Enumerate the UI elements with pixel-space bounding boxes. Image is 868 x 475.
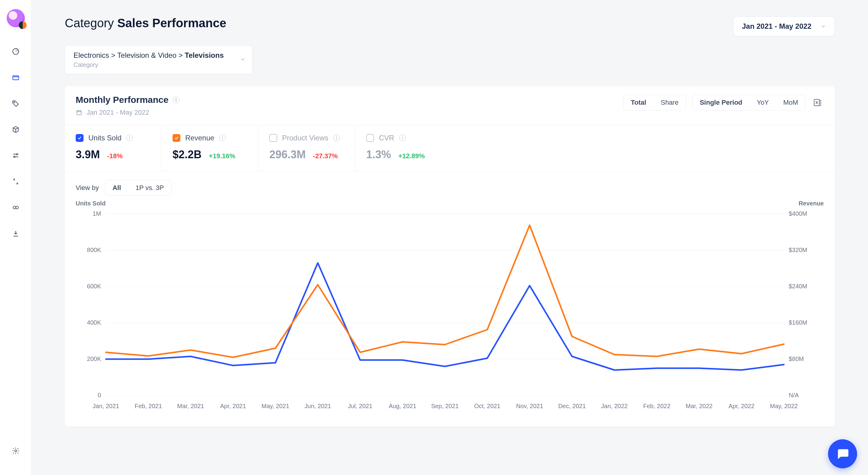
svg-text:Mar, 2021: Mar, 2021: [177, 403, 204, 409]
svg-text:Nov, 2021: Nov, 2021: [516, 403, 543, 409]
metric-revenue[interactable]: Revenue i $2.2B +19.16%: [162, 125, 258, 171]
nav: [10, 45, 22, 240]
seg-single[interactable]: Single Period: [692, 95, 750, 110]
svg-rect-1: [13, 76, 19, 80]
svg-text:$320M: $320M: [789, 247, 807, 253]
adjust-icon: [12, 152, 20, 159]
gear-icon: [12, 447, 20, 455]
svg-rect-8: [77, 111, 82, 115]
axis-right-title: Revenue: [799, 200, 824, 207]
metric-value: 3.9M: [76, 148, 100, 161]
info-icon[interactable]: i: [399, 135, 406, 141]
breadcrumb-sub: Category: [73, 61, 234, 68]
download-icon: [12, 230, 20, 238]
nav-download[interactable]: [10, 227, 22, 240]
performance-card: Monthly Performance i Jan 2021 - May 202…: [65, 86, 835, 426]
svg-point-7: [14, 450, 17, 452]
info-icon[interactable]: i: [219, 135, 226, 141]
link-icon: [12, 203, 20, 212]
avatar[interactable]: [7, 9, 25, 27]
metrics-row: Units Sold i 3.9M -18% Revenue i: [65, 125, 835, 171]
checkbox-cvr[interactable]: [366, 134, 374, 142]
nav-box[interactable]: [10, 123, 22, 135]
chat-icon: [836, 447, 849, 461]
svg-text:$400M: $400M: [789, 210, 807, 217]
viewby-1p-3p[interactable]: 1P vs. 3P: [128, 180, 171, 195]
svg-text:Sep, 2021: Sep, 2021: [431, 403, 459, 409]
axis-left-title: Units Sold: [76, 200, 105, 207]
metric-units-sold[interactable]: Units Sold i 3.9M -18%: [65, 125, 162, 171]
wallet-icon: [12, 73, 20, 82]
info-icon[interactable]: i: [173, 96, 180, 103]
seg-yoy[interactable]: YoY: [750, 95, 776, 110]
chat-fab[interactable]: [828, 439, 857, 468]
checkbox-revenue[interactable]: [173, 134, 180, 142]
svg-text:Mar, 2022: Mar, 2022: [686, 403, 713, 409]
metric-label: Product Views: [282, 134, 329, 142]
calendar-icon: [76, 109, 82, 116]
svg-text:Jul, 2021: Jul, 2021: [348, 403, 372, 409]
dashboard-icon: [12, 48, 20, 55]
chevron-down-icon: [820, 24, 826, 29]
breadcrumb-current: Televisions: [185, 51, 224, 59]
svg-text:$80M: $80M: [789, 355, 804, 362]
svg-text:Oct, 2021: Oct, 2021: [474, 403, 501, 409]
svg-point-6: [16, 206, 19, 209]
svg-point-4: [13, 156, 15, 157]
view-mode-segment[interactable]: Total Share: [623, 95, 686, 110]
breadcrumb-path: Electronics > Television & Video >: [73, 51, 185, 59]
nav-wallet[interactable]: [10, 71, 22, 84]
svg-text:Jan, 2021: Jan, 2021: [93, 403, 119, 409]
svg-text:$160M: $160M: [789, 319, 807, 326]
checkbox-units-sold[interactable]: [76, 134, 84, 142]
viewby-all[interactable]: All: [105, 180, 128, 195]
main: Category Sales Performance Jan 2021 - Ma…: [31, 0, 868, 475]
breadcrumb[interactable]: Electronics > Television & Video > Telev…: [65, 45, 252, 74]
seg-share[interactable]: Share: [653, 95, 686, 110]
svg-text:Feb, 2022: Feb, 2022: [643, 403, 670, 409]
metric-value: 1.3%: [366, 148, 391, 161]
svg-text:Apr, 2021: Apr, 2021: [220, 403, 246, 409]
svg-text:Feb, 2021: Feb, 2021: [135, 403, 162, 409]
nav-adjust[interactable]: [10, 150, 22, 162]
nav-link[interactable]: [10, 201, 22, 214]
viewby-label: View by: [76, 184, 99, 192]
export-excel[interactable]: [812, 96, 824, 108]
svg-point-3: [17, 154, 18, 155]
nav-settings[interactable]: [10, 445, 22, 457]
seg-mom[interactable]: MoM: [776, 95, 805, 110]
excel-icon: [813, 98, 823, 107]
nav-arrows[interactable]: [10, 176, 22, 188]
card-title: Monthly Performance: [76, 95, 168, 105]
chart: Units Sold Revenue 1M$400M800K$320M600K$…: [76, 202, 824, 414]
page-title-main: Sales Performance: [117, 16, 226, 30]
metric-delta: +19.16%: [209, 152, 235, 160]
info-icon[interactable]: i: [126, 135, 133, 141]
tag-icon: [12, 99, 20, 107]
chevron-down-icon: [240, 57, 245, 63]
svg-text:$240M: $240M: [789, 283, 807, 289]
svg-text:Jun, 2021: Jun, 2021: [305, 403, 331, 409]
metric-label: CVR: [379, 134, 394, 142]
date-range-label: Jan 2021 - May 2022: [742, 22, 812, 31]
period-segment[interactable]: Single Period YoY MoM: [692, 95, 806, 110]
svg-point-2: [13, 102, 14, 103]
nav-tag[interactable]: [10, 97, 22, 109]
seg-total[interactable]: Total: [623, 95, 653, 110]
arrows-icon: [12, 178, 20, 186]
info-icon[interactable]: i: [333, 135, 340, 141]
svg-text:May, 2022: May, 2022: [770, 403, 798, 409]
svg-text:Apr, 2022: Apr, 2022: [728, 403, 754, 409]
svg-text:200K: 200K: [87, 355, 101, 362]
metric-product-views[interactable]: Product Views i 296.3M -27.37%: [258, 125, 355, 171]
svg-text:800K: 800K: [87, 247, 101, 253]
metric-cvr[interactable]: CVR i 1.3% +12.89%: [355, 125, 452, 171]
date-range-picker[interactable]: Jan 2021 - May 2022: [733, 16, 835, 36]
sidebar: [0, 0, 31, 475]
nav-dashboard[interactable]: [10, 45, 22, 58]
metric-delta: -27.37%: [313, 152, 338, 160]
viewby-segment[interactable]: All 1P vs. 3P: [105, 180, 172, 196]
checkbox-product-views[interactable]: [269, 134, 277, 142]
svg-text:N/A: N/A: [789, 392, 799, 399]
svg-text:400K: 400K: [87, 319, 101, 326]
